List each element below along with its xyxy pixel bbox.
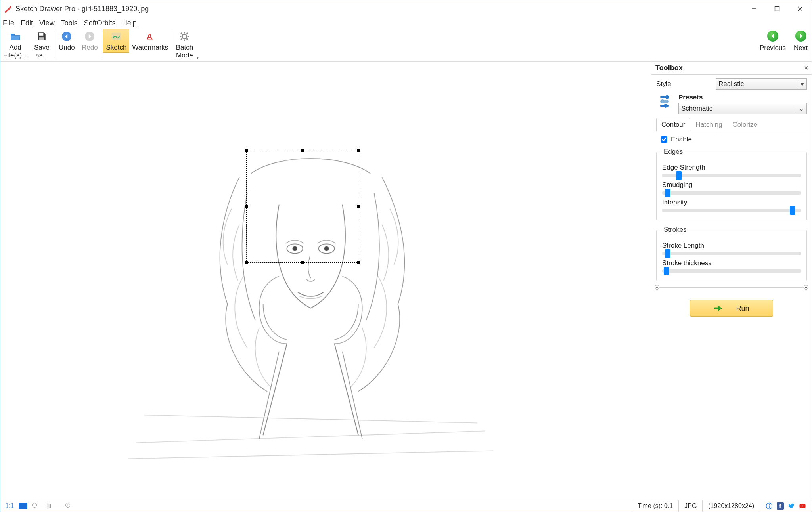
toolbox-panel: Toolbox ✕ Style Realistic ▾ Presets <box>651 62 812 500</box>
status-time: Time (s): 0.1 <box>632 500 678 512</box>
batch-mode-button[interactable]: Batch Mode <box>173 29 196 60</box>
status-dimensions: (1920x1280x24) <box>702 500 760 512</box>
presets-select[interactable]: Schematic ⌄ <box>678 103 807 114</box>
canvas[interactable] <box>0 62 651 500</box>
svg-line-26 <box>144 415 477 423</box>
menu-file[interactable]: File <box>3 19 14 27</box>
sketch-button[interactable]: Sketch <box>103 29 129 53</box>
youtube-icon[interactable] <box>799 502 806 510</box>
svg-line-17 <box>187 38 188 40</box>
close-button[interactable] <box>789 1 812 16</box>
menu-edit[interactable]: Edit <box>21 19 33 27</box>
edge-strength-label: Edge Strength <box>662 164 801 172</box>
toolbar-overflow-icon[interactable]: ▾ <box>197 55 199 60</box>
chevron-down-icon: ⌄ <box>796 105 804 113</box>
toolbox-tabs: Contour Hatching Colorize <box>656 118 807 131</box>
redo-button[interactable]: Redo <box>78 29 101 53</box>
svg-text:A: A <box>147 32 152 41</box>
svg-line-16 <box>181 33 182 34</box>
style-label: Style <box>656 80 680 88</box>
svg-point-28 <box>665 95 669 99</box>
redo-icon <box>84 31 95 42</box>
svg-rect-34 <box>769 505 770 508</box>
svg-line-24 <box>136 431 485 443</box>
svg-line-19 <box>181 38 182 40</box>
sketch-icon <box>111 31 122 42</box>
window-title: Sketch Drawer Pro - girl-511883_1920.jpg <box>15 5 743 13</box>
menu-softorbits[interactable]: SoftOrbits <box>84 19 116 27</box>
zoom-out-icon[interactable]: − <box>655 285 659 290</box>
svg-rect-35 <box>769 504 770 505</box>
zoom-out-icon[interactable]: − <box>32 503 37 508</box>
status-format: JPG <box>678 500 702 512</box>
toolbox-title: Toolbox <box>655 64 683 72</box>
intensity-label: Intensity <box>662 199 801 206</box>
smudging-label: Smudging <box>662 181 801 189</box>
save-icon <box>36 31 47 42</box>
toolbox-zoom-slider[interactable]: − + <box>656 287 807 288</box>
zoom-in-icon[interactable]: + <box>65 503 70 508</box>
next-button[interactable]: Next <box>794 29 808 52</box>
minimize-button[interactable] <box>743 1 766 16</box>
stroke-length-slider[interactable] <box>662 252 801 255</box>
toolbox-close-icon[interactable]: ✕ <box>804 65 808 71</box>
zoom-in-icon[interactable]: + <box>804 285 808 290</box>
svg-point-30 <box>661 99 665 103</box>
run-arrow-icon <box>714 304 722 313</box>
watermark-icon: A <box>145 31 156 42</box>
enable-checkbox[interactable]: Enable <box>659 135 807 144</box>
stroke-length-label: Stroke Length <box>662 242 801 250</box>
selection-rectangle[interactable] <box>246 150 359 263</box>
maximize-button[interactable] <box>766 1 789 16</box>
presets-label: Presets <box>678 94 807 101</box>
work-area: Toolbox ✕ Style Realistic ▾ Presets <box>0 61 812 500</box>
menu-bar: File Edit View Tools SoftOrbits Help <box>0 17 812 29</box>
fit-screen-icon[interactable] <box>19 503 27 509</box>
svg-line-18 <box>187 33 188 34</box>
intensity-slider[interactable] <box>662 209 801 212</box>
next-icon <box>795 31 806 42</box>
svg-point-32 <box>664 104 668 108</box>
edge-strength-slider[interactable] <box>662 174 801 177</box>
tab-hatching[interactable]: Hatching <box>690 118 727 131</box>
previous-icon <box>767 31 778 42</box>
add-files-button[interactable]: Add File(s)... <box>0 29 30 60</box>
edges-group: Edges Edge Strength Smudging Intensity <box>656 148 807 220</box>
gear-icon <box>179 31 190 42</box>
chevron-down-icon: ▾ <box>798 80 804 88</box>
stroke-thickness-label: Stroke thickness <box>662 259 801 267</box>
watermarks-button[interactable]: A Watermarks <box>129 29 171 53</box>
title-bar: Sketch Drawer Pro - girl-511883_1920.jpg <box>0 0 812 17</box>
svg-rect-5 <box>39 37 44 40</box>
stroke-thickness-slider[interactable] <box>662 269 801 273</box>
svg-rect-1 <box>775 7 779 11</box>
zoom-ratio[interactable]: 1:1 <box>4 502 15 510</box>
previous-button[interactable]: Previous <box>760 29 786 52</box>
undo-icon <box>61 31 72 42</box>
svg-point-11 <box>182 34 187 39</box>
info-icon[interactable] <box>766 502 773 510</box>
menu-tools[interactable]: Tools <box>61 19 78 27</box>
undo-button[interactable]: Undo <box>55 29 78 53</box>
menu-view[interactable]: View <box>39 19 55 27</box>
tab-contour[interactable]: Contour <box>656 118 690 131</box>
status-bar: 1:1 − + Time (s): 0.1 JPG (1920x1280x24) <box>0 500 812 512</box>
smudging-slider[interactable] <box>662 191 801 195</box>
save-as-button[interactable]: Saveas... <box>30 29 53 60</box>
tab-colorize[interactable]: Colorize <box>728 118 762 131</box>
twitter-icon[interactable] <box>788 502 795 510</box>
presets-icon <box>659 94 674 109</box>
facebook-icon[interactable] <box>777 502 784 510</box>
svg-line-25 <box>128 451 493 459</box>
folder-open-icon <box>10 31 21 42</box>
app-icon <box>4 4 12 13</box>
status-zoom-slider[interactable]: − + <box>32 505 70 507</box>
main-toolbar: Add File(s)... Saveas... Undo Redo Sketc… <box>0 29 812 61</box>
strokes-group: Strokes Stroke Length Stroke thickness <box>656 226 807 281</box>
svg-rect-4 <box>39 33 44 36</box>
style-select[interactable]: Realistic ▾ <box>716 78 807 90</box>
menu-help[interactable]: Help <box>122 19 137 27</box>
run-button[interactable]: Run <box>690 300 773 317</box>
